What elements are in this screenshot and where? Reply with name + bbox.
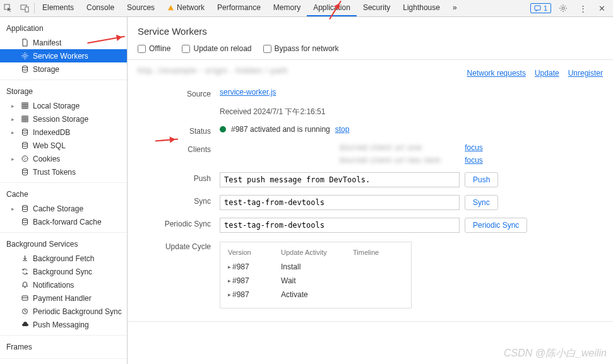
db-icon [20,65,29,74]
expand-icon: ▸ [228,291,231,298]
client-url: blurred client url one [340,143,460,152]
page-title: Service Workers [128,17,613,42]
sidebar-item-label: Notifications [33,281,74,290]
svg-point-14 [24,159,25,160]
gear-icon[interactable] [555,4,571,13]
svg-rect-8 [22,116,28,122]
sidebar-item-indexeddb[interactable]: ▸IndexedDB [0,126,127,139]
network-requests-link[interactable]: Network requests [467,69,526,78]
sidebar-item-label: Periodic Background Sync [33,307,122,316]
sidebar-item-label: Session Storage [33,115,88,124]
cycle-row[interactable]: ▸#987Wait [228,274,403,288]
sidebar-item-background-sync[interactable]: Background Sync [0,265,127,278]
device-toggle-icon[interactable] [16,4,33,13]
bypass-for-network-checkbox[interactable]: Bypass for network [263,44,339,53]
svg-point-10 [22,143,27,144]
push-button[interactable]: Push [465,172,498,187]
col-activity: Update Activity [281,249,338,256]
sw-options-row: Offline Update on reload Bypass for netw… [128,42,613,60]
push-input[interactable] [220,172,460,187]
svg-point-11 [22,156,28,161]
sidebar-item-cache-storage[interactable]: ▸Cache Storage [0,202,127,215]
close-icon[interactable]: ✕ [595,4,609,13]
cycle-activity: Wait [281,276,338,285]
sidebar-item-cookies[interactable]: ▸Cookies [0,152,127,165]
tab-elements[interactable]: Elements [36,0,80,16]
update-cycle-table: Version Update Activity Timeline ▸#987In… [220,242,412,308]
sidebar-item-label: Back-forward Cache [33,218,102,226]
tab-console[interactable]: Console [80,0,121,16]
sidebar-item-label: Push Messaging [33,320,89,329]
application-sidebar: ApplicationManifestService WorkersStorag… [0,17,128,364]
tab-sources[interactable]: Sources [121,0,161,16]
cycle-version: #987 [232,290,249,299]
grid-icon [20,115,29,124]
tab-network[interactable]: Network [161,0,211,16]
sidebar-item-label: Background Fetch [33,254,94,263]
bell-icon [20,281,29,290]
expand-icon: ▸ [11,116,16,122]
tab-performance[interactable]: Performance [211,0,267,16]
sync-input[interactable] [220,195,460,210]
cycle-row[interactable]: ▸#987Install [228,260,403,274]
cycle-row[interactable]: ▸#987Activate [228,288,403,302]
tab-security[interactable]: Security [357,0,396,16]
push-label: Push [138,172,220,183]
sidebar-item-trust-tokens[interactable]: Trust Tokens [0,165,127,179]
sidebar-item-periodic-background-sync[interactable]: Periodic Background Sync [0,305,127,318]
sidebar-item-web-sql[interactable]: Web SQL [0,139,127,152]
sw-origin: http ://example - origin . hidden / path [138,66,467,80]
sidebar-item-label: Service Workers [33,52,88,61]
sidebar-item-label: Local Storage [33,102,80,110]
psync-icon [20,307,29,316]
update-on-reload-checkbox[interactable]: Update on reload [182,44,251,53]
separator [34,3,35,13]
source-file-link[interactable]: service-worker.js [220,88,276,97]
svg-point-17 [22,219,27,221]
sidebar-section-title: Storage [0,84,127,99]
tab-label: Network [177,3,205,12]
sidebar-item-storage[interactable]: Storage [0,62,127,76]
sidebar-item-label: Storage [33,65,59,74]
offline-checkbox[interactable]: Offline [138,44,170,53]
sidebar-item-back-forward-cache[interactable]: Back-forward Cache [0,215,127,228]
tabs-overflow[interactable]: » [446,0,463,16]
periodic-sync-button[interactable]: Periodic Sync [465,218,527,233]
cycle-activity: Activate [281,290,338,299]
sidebar-item-local-storage[interactable]: ▸Local Storage [0,99,127,112]
unregister-link[interactable]: Unregister [568,69,603,78]
sidebar-item-service-workers[interactable]: Service Workers [0,49,127,62]
svg-point-16 [22,206,27,208]
sidebar-item-push-messaging[interactable]: Push Messaging [0,318,127,331]
svg-point-12 [23,157,24,158]
sidebar-item-payment-handler[interactable]: Payment Handler [0,291,127,305]
cloud-icon [20,320,29,329]
more-icon[interactable]: ⋮ [575,4,591,13]
chk-label: Bypass for network [275,44,339,53]
expand-icon: ▸ [11,103,16,109]
db-icon [20,204,29,213]
svg-point-15 [22,169,27,171]
sidebar-item-background-fetch[interactable]: Background Fetch [0,252,127,265]
periodic-sync-input[interactable] [220,218,460,233]
svg-point-9 [22,129,27,131]
inspect-icon[interactable] [0,4,16,13]
sidebar-item-session-storage[interactable]: ▸Session Storage [0,112,127,126]
tab-lighthouse[interactable]: Lighthouse [396,0,446,16]
focus-link[interactable]: focus [465,156,483,165]
tab-memory[interactable]: Memory [267,0,307,16]
periodic-sync-label: Periodic Sync [138,218,220,228]
svg-point-4 [562,7,564,9]
issues-badge[interactable]: 1 [530,3,551,13]
sync-button[interactable]: Sync [465,195,498,210]
db-icon [20,128,29,137]
fetch-icon [20,254,29,263]
stop-link[interactable]: stop [335,125,350,134]
focus-link[interactable]: focus [465,143,483,152]
sync-label: Sync [138,195,220,206]
update-link[interactable]: Update [535,69,559,78]
sidebar-item-notifications[interactable]: Notifications [0,278,127,291]
sidebar-item-label: Background Sync [33,267,92,276]
sidebar-item-manifest[interactable]: Manifest [0,36,127,49]
expand-icon: ▸ [11,129,16,136]
